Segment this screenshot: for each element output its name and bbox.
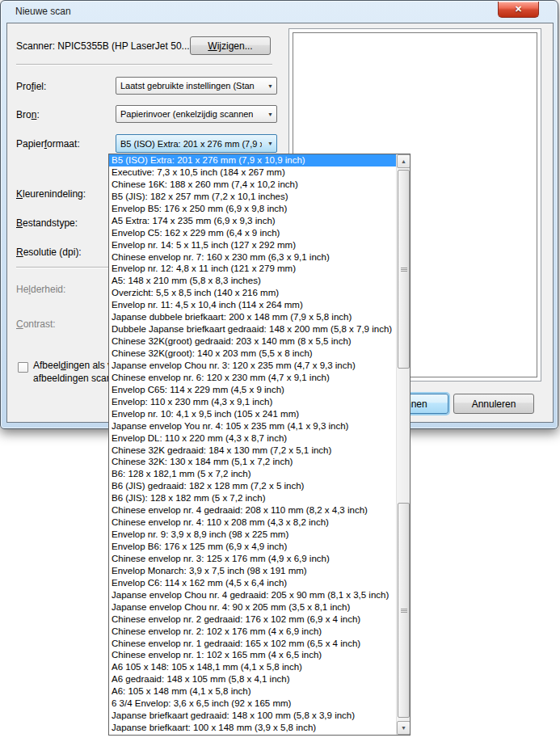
list-item[interactable]: B5 (JIS): 182 x 257 mm (7,2 x 10,1 inche… — [109, 191, 396, 203]
preview-images-checkbox-label-line2: afbeeldingen scan — [33, 373, 112, 384]
contrast-label: Contrast: — [16, 318, 56, 330]
list-item[interactable]: A6: 105 x 148 mm (4,1 x 5,8 inch) — [109, 685, 396, 698]
paper-size-combobox-value: B5 (ISO) Extra: 201 x 276 mm (7,9 x — [120, 139, 262, 149]
list-item[interactable]: Executive: 7,3 x 10,5 inch (184 x 267 mm… — [109, 167, 396, 179]
chevron-down-icon: ▼ — [267, 83, 273, 89]
list-item[interactable]: Envelop: 110 x 230 mm (4,3 x 9,1 inch) — [109, 396, 396, 408]
separator — [16, 64, 272, 65]
list-item[interactable]: Chinese envelop nr. 4: 110 x 208 mm (4,3… — [109, 516, 396, 529]
scroll-down-icon: ▼ — [401, 725, 406, 731]
change-scanner-button[interactable]: Wijzigen... — [190, 36, 271, 55]
separator — [16, 267, 110, 268]
list-item[interactable]: Envelop C65: 114 x 229 mm (4,5 x 9 inch) — [109, 384, 396, 396]
list-item[interactable]: Chinese envelop nr. 7: 160 x 230 mm (6,3… — [109, 251, 396, 263]
list-item[interactable]: Japanse envelop Chou nr. 4: 90 x 205 mm … — [109, 601, 396, 613]
list-item[interactable]: A6 gedraaid: 148 x 105 mm (5,8 x 4,1 inc… — [109, 673, 396, 685]
list-item[interactable]: Chinese 32K: 130 x 184 mm (5,1 x 7,2 inc… — [109, 456, 396, 468]
scroll-up-icon: ▲ — [401, 158, 406, 164]
list-item[interactable]: Envelop nr. 14: 5 x 11,5 inch (127 x 292… — [109, 239, 396, 251]
list-item[interactable]: Chinese envelop nr. 1: 102 x 165 mm (4 x… — [109, 649, 396, 661]
paper-size-options: B5 (ISO) Extra: 201 x 276 mm (7,9 x 10,9… — [109, 154, 410, 734]
list-item[interactable]: Japanse dubbele briefkaart: 200 x 148 mm… — [109, 311, 396, 323]
resolution-label: Resolutie (dpi): — [16, 247, 82, 258]
file-type-label: Bestandstype: — [16, 217, 78, 229]
list-item[interactable]: Japanse envelop You nr. 4: 105 x 235 mm … — [109, 420, 396, 432]
close-button[interactable]: ✕ — [498, 2, 539, 18]
source-combobox-value: Papierinvoer (enkelzijdig scannen — [120, 109, 253, 119]
list-item[interactable]: Envelop nr. 10: 4,1 x 9,5 inch (105 x 24… — [109, 408, 396, 420]
preview-images-checkbox-label[interactable]: Afbeeldingen als v — [33, 360, 112, 371]
list-item[interactable]: Envelop nr. 12: 4,8 x 11 inch (121 x 279… — [109, 263, 396, 275]
list-item[interactable]: Envelop B6: 176 x 125 mm (6,9 x 4,9 inch… — [109, 541, 396, 553]
list-item[interactable]: Envelop C6: 114 x 162 mm (4,5 x 6,4 inch… — [109, 577, 396, 589]
color-format-label: Kleurenindeling: — [16, 188, 86, 200]
list-item[interactable]: 6 3/4 Envelop: 3,6 x 6,5 inch (92 x 165 … — [109, 698, 396, 710]
list-item[interactable]: Chinese envelop nr. 1 gedraaid: 165 x 10… — [109, 638, 396, 650]
list-item[interactable]: B6 (JIS) gedraaid: 182 x 128 mm (7,2 x 5… — [109, 480, 396, 492]
source-combobox[interactable]: Papierinvoer (enkelzijdig scannen ▼ — [116, 105, 277, 123]
list-item[interactable]: Chinese 16K: 188 x 260 mm (7,4 x 10,2 in… — [109, 179, 396, 191]
list-item[interactable]: Chinese envelop nr. 2: 102 x 176 mm (4 x… — [109, 626, 396, 638]
list-item[interactable]: Chinese envelop nr. 4 gedraaid: 208 x 11… — [109, 504, 396, 516]
list-item[interactable]: A5: 148 x 210 mm (5,8 x 8,3 inches) — [109, 275, 396, 287]
scrollbar-thumb-upper[interactable] — [398, 170, 410, 369]
list-item[interactable]: Chinese envelop nr. 2 gedraaid: 176 x 10… — [109, 613, 396, 626]
list-item[interactable]: Chinese 32K(groot) gedraaid: 203 x 140 m… — [109, 335, 396, 348]
list-item[interactable]: B6 (JIS): 128 x 182 mm (5 x 7,2 inch) — [109, 492, 396, 504]
profile-label: Profiel: — [16, 81, 46, 92]
paper-size-combobox[interactable]: B5 (ISO) Extra: 201 x 276 mm (7,9 x ▼ — [116, 134, 277, 153]
profile-combobox-value: Laatst gebruikte instellingen (Stan — [120, 81, 255, 91]
chevron-down-icon: ▼ — [267, 141, 273, 146]
preview-images-checkbox[interactable] — [18, 362, 28, 373]
list-item[interactable]: Overzicht: 5,5 x 8,5 inch (140 x 216 mm) — [109, 287, 396, 299]
paper-size-label: Papierformaat: — [16, 138, 80, 150]
list-item[interactable]: B5 (ISO) Extra: 201 x 276 mm (7,9 x 10,9… — [109, 154, 396, 167]
cancel-button-label: Annuleren — [472, 398, 516, 410]
list-item[interactable]: Envelop nr. 11: 4,5 x 10,4 inch (114 x 2… — [109, 299, 396, 311]
profile-combobox[interactable]: Laatst gebruikte instellingen (Stan ▼ — [116, 77, 277, 95]
list-item[interactable]: Japanse envelop Chou nr. 3: 120 x 235 mm… — [109, 360, 396, 372]
list-item[interactable]: Japanse envelop Chou nr. 4 gedraaid: 205… — [109, 589, 396, 601]
list-item[interactable]: A5 Extra: 174 x 235 mm (6,9 x 9,3 inch) — [109, 215, 396, 227]
chevron-down-icon: ▼ — [267, 112, 273, 117]
scrollbar[interactable]: ▲ ▼ — [396, 154, 410, 735]
cancel-button[interactable]: Annuleren — [453, 394, 534, 414]
list-item[interactable]: Chinese envelop nr. 6: 120 x 230 mm (4,7… — [109, 372, 396, 384]
list-item[interactable]: Chinese 32K gedraaid: 184 x 130 mm (7,2 … — [109, 445, 396, 457]
source-label: Bron: — [16, 109, 40, 120]
list-item[interactable]: Envelop B5: 176 x 250 mm (6,9 x 9,8 inch… — [109, 203, 396, 215]
list-item[interactable]: B6: 128 x 182,1 mm (5 x 7,2 inch) — [109, 468, 396, 480]
list-item[interactable]: Envelop DL: 110 x 220 mm (4,3 x 8,7 inch… — [109, 432, 396, 445]
scrollbar-up-button[interactable]: ▲ — [397, 154, 411, 168]
list-item[interactable]: A6 105 x 148: 105 x 148,1 mm (4,1 x 5,8 … — [109, 661, 396, 673]
list-item[interactable]: Japanse briefkaart: 100 x 148 mm (3,9 x … — [109, 722, 396, 734]
page: { "window": { "title": "Nieuwe scan" }, … — [0, 0, 560, 742]
scrollbar-grip — [401, 269, 407, 270]
titlebar[interactable]: Nieuwe scan ✕ — [1, 1, 558, 23]
scrollbar-down-button[interactable]: ▼ — [397, 721, 411, 735]
list-item[interactable]: Envelop Monarch: 3,9 x 7,5 inch (98 x 19… — [109, 565, 396, 577]
scrollbar-grip — [401, 610, 407, 611]
list-item[interactable]: Envelop nr. 9: 3,9 x 8,9 inch (98 x 225 … — [109, 529, 396, 541]
brightness-label: Helderheid: — [16, 284, 65, 295]
list-item[interactable]: Envelop C5: 162 x 229 mm (6,4 x 9 inch) — [109, 227, 396, 239]
list-item[interactable]: Chinese envelop nr. 3: 125 x 176 mm (4,9… — [109, 553, 396, 565]
scanner-label: Scanner: NPIC5355B (HP LaserJet 50... — [16, 40, 190, 52]
paper-size-dropdown-list: B5 (ISO) Extra: 201 x 276 mm (7,9 x 10,9… — [108, 154, 411, 736]
scrollbar-thumb-lower[interactable] — [398, 503, 410, 718]
list-item[interactable]: Dubbele Japanse briefkaart gedraaid: 148… — [109, 323, 396, 335]
change-scanner-label: Wijzigen... — [208, 40, 252, 52]
list-item[interactable]: Chinese 32K(groot): 140 x 203 mm (5,5 x … — [109, 348, 396, 360]
close-icon: ✕ — [515, 5, 522, 14]
list-item[interactable]: Japanse briefkaart gedraaid: 148 x 100 m… — [109, 710, 396, 722]
window-title: Nieuwe scan — [15, 6, 71, 17]
